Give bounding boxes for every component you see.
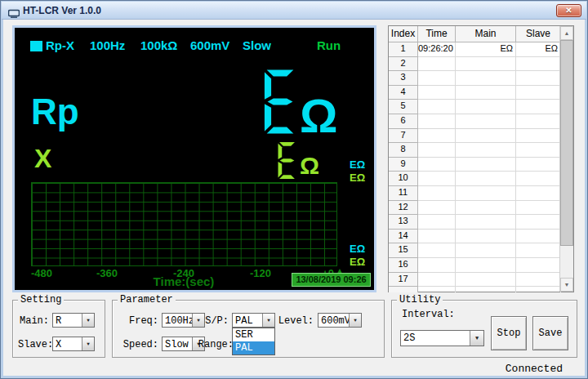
cell-time[interactable] (418, 71, 456, 86)
cell-time[interactable] (418, 100, 456, 114)
cell-index[interactable]: 11 (389, 186, 418, 201)
save-button[interactable]: Save (532, 316, 568, 350)
cell-index[interactable]: 1 (389, 42, 418, 57)
chevron-down-icon[interactable]: ▼ (470, 331, 483, 346)
title-bar[interactable]: HT-LCR Ver 1.0.0 ✕ (2, 2, 586, 20)
cell-index[interactable]: 17 (389, 273, 418, 288)
table-row[interactable]: 4 (389, 86, 561, 100)
cell-main[interactable] (456, 186, 516, 201)
cell-main[interactable] (456, 243, 516, 258)
cell-slave[interactable] (516, 71, 561, 86)
cell-time[interactable] (418, 201, 456, 216)
cell-main[interactable] (456, 158, 516, 172)
table-row[interactable]: 6 (389, 114, 561, 129)
table-row[interactable]: 12 (389, 201, 561, 216)
cell-slave[interactable] (516, 186, 561, 201)
cell-index[interactable]: 6 (389, 114, 418, 129)
sp-select[interactable]: PAL ▼ (232, 313, 275, 328)
cell-main[interactable] (456, 129, 516, 144)
table-row[interactable]: 3 (389, 71, 561, 86)
cell-slave[interactable] (516, 287, 561, 292)
cell-time[interactable] (418, 57, 456, 72)
sp-option-ser[interactable]: SER (233, 328, 274, 341)
cell-main[interactable] (456, 273, 516, 288)
chevron-down-icon[interactable]: ▼ (82, 337, 94, 350)
column-header-main[interactable]: Main (456, 26, 516, 42)
cell-time[interactable] (418, 243, 456, 258)
cell-slave[interactable] (516, 86, 561, 100)
cell-slave[interactable] (516, 114, 561, 129)
cell-time[interactable] (418, 143, 456, 158)
cell-slave[interactable]: EΩ (516, 42, 561, 57)
cell-main[interactable] (456, 100, 516, 114)
table-row[interactable]: 13 (389, 215, 561, 230)
cell-time[interactable] (418, 129, 456, 144)
cell-slave[interactable] (516, 230, 561, 244)
table-row[interactable]: 5 (389, 100, 561, 114)
chevron-down-icon[interactable]: ▼ (82, 314, 94, 327)
sp-option-pal[interactable]: PAL (233, 341, 274, 354)
cell-time[interactable]: 09:26:20 (418, 42, 456, 57)
table-row[interactable]: 16 (389, 258, 561, 273)
cell-time[interactable] (418, 230, 456, 244)
main-select[interactable]: R ▼ (52, 313, 95, 328)
table-row[interactable]: 10 (389, 172, 561, 186)
cell-index[interactable]: 10 (389, 172, 418, 186)
cell-main[interactable] (456, 258, 516, 273)
cell-slave[interactable] (516, 172, 561, 186)
cell-index[interactable]: 5 (389, 100, 418, 114)
cell-time[interactable] (418, 215, 456, 230)
cell-time[interactable] (418, 186, 456, 201)
cell-index[interactable]: 16 (389, 258, 418, 273)
cell-slave[interactable] (516, 129, 561, 144)
cell-time[interactable] (418, 273, 456, 288)
cell-time[interactable] (418, 114, 456, 129)
close-button[interactable]: ✕ (556, 4, 581, 17)
table-row[interactable] (389, 287, 561, 292)
cell-time[interactable] (418, 287, 456, 292)
interval-select[interactable]: 2S ▼ (400, 330, 484, 346)
scroll-down-icon[interactable]: ▼ (560, 278, 573, 292)
cell-index[interactable]: 7 (389, 129, 418, 144)
table-row[interactable]: 14 (389, 230, 561, 244)
scroll-up-icon[interactable]: ▲ (560, 26, 573, 40)
cell-slave[interactable] (516, 273, 561, 288)
cell-slave[interactable] (516, 100, 561, 114)
column-header-index[interactable]: Index (389, 26, 418, 42)
table-row[interactable]: 1 09:26:20 EΩ EΩ (389, 42, 561, 57)
level-select[interactable]: 600mV ▼ (318, 313, 362, 328)
cell-slave[interactable] (516, 243, 561, 258)
cell-main[interactable] (456, 215, 516, 230)
cell-index[interactable]: 13 (389, 215, 418, 230)
cell-main[interactable] (456, 230, 516, 244)
cell-index[interactable] (389, 287, 418, 292)
cell-main[interactable] (456, 287, 516, 292)
cell-index[interactable]: 9 (389, 158, 418, 172)
chevron-down-icon[interactable]: ▼ (349, 314, 361, 327)
cell-main[interactable] (456, 143, 516, 158)
cell-main[interactable] (456, 114, 516, 129)
cell-slave[interactable] (516, 258, 561, 273)
cell-index[interactable]: 15 (389, 243, 418, 258)
cell-slave[interactable] (516, 201, 561, 216)
table-row[interactable]: 15 (389, 243, 561, 258)
cell-index[interactable]: 14 (389, 230, 418, 244)
table-scrollbar[interactable]: ▲ ▼ (559, 26, 573, 292)
cell-index[interactable]: 12 (389, 201, 418, 216)
cell-slave[interactable] (516, 158, 561, 172)
column-header-time[interactable]: Time (418, 26, 456, 42)
cell-index[interactable]: 2 (389, 57, 418, 72)
cell-index[interactable]: 8 (389, 143, 418, 158)
cell-slave[interactable] (516, 143, 561, 158)
cell-time[interactable] (418, 172, 456, 186)
cell-main[interactable] (456, 86, 516, 100)
stop-button[interactable]: Stop (491, 316, 527, 350)
table-row[interactable]: 11 (389, 186, 561, 201)
cell-time[interactable] (418, 86, 456, 100)
column-header-slave[interactable]: Slave (516, 26, 561, 42)
cell-main[interactable] (456, 57, 516, 72)
cell-main[interactable]: EΩ (456, 42, 516, 57)
cell-index[interactable]: 4 (389, 86, 418, 100)
slave-select[interactable]: X ▼ (52, 337, 95, 351)
table-row[interactable]: 2 (389, 57, 561, 72)
